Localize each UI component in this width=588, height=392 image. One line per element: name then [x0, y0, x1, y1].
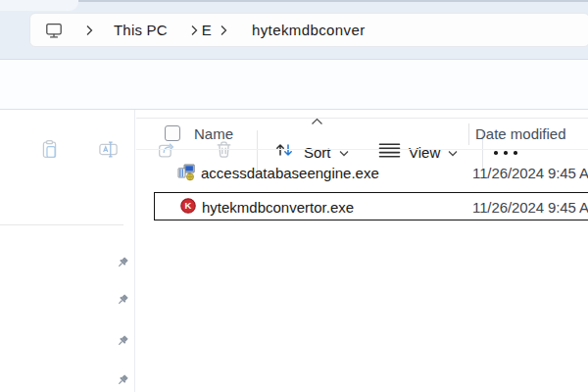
column-header-name[interactable]: Name — [194, 126, 233, 142]
explorer-window: This PC E hytekmdbconver — [0, 0, 588, 392]
address-bar[interactable]: This PC E hytekmdbconver — [29, 13, 588, 47]
this-pc-monitor-icon — [44, 21, 64, 40]
breadcrumb-drive-e[interactable]: E — [202, 22, 212, 38]
chevron-right-icon[interactable] — [190, 24, 199, 36]
more-options-button[interactable] — [494, 150, 517, 156]
file-name: accessdatabaseengine.exe — [201, 166, 379, 181]
ellipsis-icon — [504, 151, 508, 155]
hytek-k-letter: K — [185, 200, 192, 211]
breadcrumb-this-pc[interactable]: This PC — [114, 22, 168, 38]
select-all-checkbox[interactable] — [165, 125, 180, 141]
active-tab-remnant — [0, 0, 78, 11]
chevron-right-icon[interactable] — [85, 24, 94, 36]
rename-icon — [98, 139, 119, 164]
list-top-hairline — [136, 118, 588, 119]
ellipsis-icon — [494, 151, 498, 155]
pushpin-icon[interactable] — [115, 372, 130, 388]
tab-bar-edge — [76, 0, 588, 2]
pushpin-icon[interactable] — [115, 333, 130, 349]
installer-file-icon — [177, 164, 195, 181]
chevron-right-icon[interactable] — [220, 24, 228, 36]
nav-pane-separator — [0, 224, 123, 225]
header-bottom-hairline — [136, 149, 588, 150]
ellipsis-icon — [514, 151, 517, 155]
sort-ascending-icon — [311, 112, 323, 129]
paste-icon — [39, 139, 60, 164]
paste-button[interactable] — [37, 139, 61, 163]
title-chrome-band: This PC E hytekmdbconver — [0, 0, 588, 59]
breadcrumb-current-folder[interactable]: hytekmdbconver — [252, 22, 366, 38]
pane-divider[interactable] — [134, 110, 135, 392]
file-date-modified: 11/26/2024 9:45 AM — [472, 200, 588, 216]
pushpin-icon[interactable] — [115, 255, 130, 270]
command-toolbar: Sort View — [0, 59, 588, 110]
file-name: hytekmdbconvertor.exe — [202, 200, 354, 216]
hytek-k-file-icon: K — [180, 198, 196, 214]
column-header-date-modified[interactable]: Date modified — [475, 126, 566, 142]
file-date-modified: 11/26/2024 9:45 AM — [472, 166, 588, 181]
rename-button[interactable] — [96, 139, 120, 163]
pushpin-icon[interactable] — [115, 292, 130, 308]
column-resize-handle[interactable] — [468, 123, 469, 145]
